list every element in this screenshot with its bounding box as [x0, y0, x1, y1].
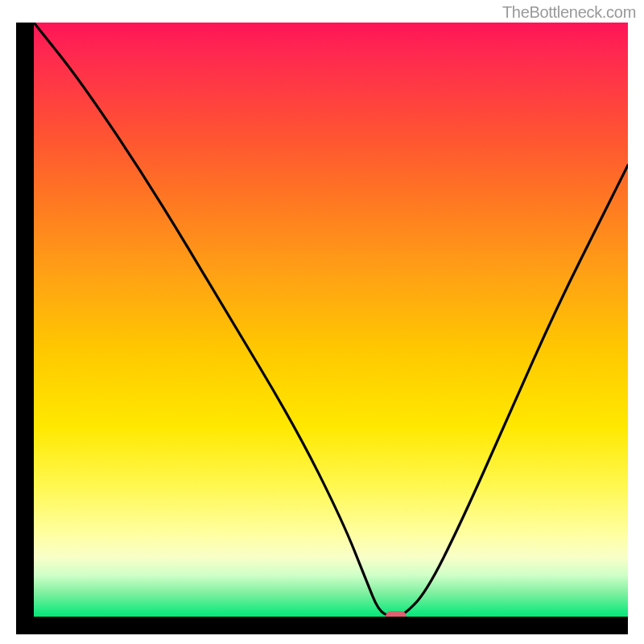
watermark-text: TheBottleneck.com [502, 3, 636, 22]
bottleneck-curve [34, 23, 628, 617]
chart-frame [16, 23, 628, 634]
chart-plot-area [34, 23, 628, 617]
optimal-marker [386, 611, 407, 617]
